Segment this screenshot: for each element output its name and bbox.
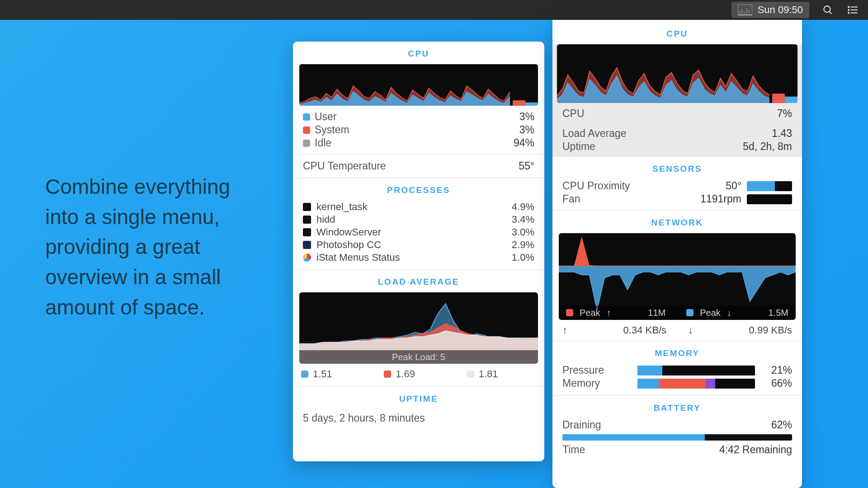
sensor-bar [747, 181, 792, 191]
arrow-up-icon: ↑ [607, 308, 611, 318]
legend-dot [301, 371, 308, 378]
load-avg-num: 1.51 [313, 368, 332, 380]
cpu-graph-r [557, 44, 797, 103]
section-title-battery: BATTERY [552, 396, 802, 418]
uptime-label-r: Uptime [562, 141, 595, 153]
legend-label: Idle [315, 137, 331, 149]
memory-bar [637, 379, 755, 389]
legend-label: System [315, 124, 349, 136]
arrow-down-icon: ↓ [727, 308, 731, 318]
svg-rect-8 [513, 100, 525, 106]
load-avg-cell: 1.51 [301, 368, 370, 380]
cpu-graph [299, 64, 538, 106]
cpu-temp-value: 55° [519, 160, 534, 172]
sensor-label: Fan [562, 193, 700, 205]
process-name: WindowServer [316, 226, 381, 238]
battery-bar-fill [562, 434, 705, 441]
network-peak-legend: Peak ↑ 11M Peak ↓ 1.5M [559, 305, 796, 320]
process-app-icon [303, 253, 311, 262]
cpu-summary-label: CPU [562, 108, 585, 120]
sensor-row: Fan1191rpm [552, 192, 802, 206]
sensor-value: 50° [726, 180, 741, 192]
svg-point-4 [848, 9, 849, 11]
cpu-graph-side-r [772, 44, 797, 103]
section-title-cpu-r: CPU [552, 20, 802, 44]
panel-right: CPU CPU 7% Load Average 1.43 Uptime 5d, … [552, 20, 802, 488]
cpu-temp-label: CPU Temperature [303, 160, 386, 172]
peak-up-value: 11M [648, 308, 665, 318]
battery-status-value: 62% [771, 419, 792, 431]
load-avg-value: 1.43 [772, 127, 792, 140]
process-row[interactable]: WindowServer3.0% [293, 226, 544, 239]
peak-up-label: Peak [580, 308, 600, 318]
process-cpu: 4.9% [512, 201, 534, 213]
cpu-legend-row: System3% [293, 123, 544, 136]
network-rates: ↑ 0.34 KB/s ↓ 0.99 KB/s [552, 320, 802, 341]
battery-bar [562, 434, 792, 441]
load-peak-strip: Peak Load: 5 [299, 350, 538, 364]
svg-rect-11 [785, 97, 797, 103]
process-name: Photoshop CC [316, 239, 381, 251]
cpu-graph-side [513, 64, 538, 106]
rate-dn-arrow-icon: ↓ [688, 324, 693, 336]
svg-rect-9 [525, 103, 538, 106]
svg-rect-10 [772, 94, 785, 103]
menubar: Sun 09:50 [0, 0, 868, 20]
process-cpu: 3.0% [512, 226, 534, 238]
legend-dot [303, 127, 310, 134]
section-title-uptime: UPTIME [293, 387, 544, 409]
load-graph: Peak Load: 5 [299, 292, 538, 364]
rate-up-value: 0.34 KB/s [623, 324, 666, 336]
battery-time-label: Time [562, 444, 585, 456]
peak-dn-label: Peak [700, 308, 721, 318]
load-avg-num: 1.69 [396, 368, 415, 380]
cpu-sparkline [299, 64, 510, 106]
legend-dot [303, 140, 310, 147]
pressure-label: Pressure [562, 364, 621, 376]
section-title-network: NETWORK [552, 211, 802, 233]
marketing-tagline: Combine everything into a single menu, p… [45, 172, 262, 322]
svg-point-6 [848, 12, 849, 14]
process-cpu: 1.0% [512, 252, 534, 263]
rate-up-arrow-icon: ↑ [562, 324, 567, 336]
svg-point-0 [824, 6, 830, 12]
process-cpu: 3.4% [512, 214, 534, 225]
process-row[interactable]: kernel_task4.9% [293, 201, 544, 213]
sensor-label: CPU Proximity [562, 180, 726, 192]
mini-graph-icon [738, 5, 752, 15]
process-row[interactable]: Photoshop CC2.9% [293, 239, 544, 251]
process-name: iStat Menus Status [316, 252, 400, 263]
legend-value: 3% [519, 124, 534, 136]
memory-value: 66% [771, 377, 792, 389]
section-title-cpu: CPU [293, 42, 544, 64]
list-icon[interactable] [846, 4, 859, 16]
peak-dn-value: 1.5M [769, 308, 788, 318]
menubar-clock: Sun 09:50 [758, 4, 803, 16]
svg-line-1 [829, 11, 831, 14]
legend-dot [303, 113, 310, 121]
section-title-memory: MEMORY [552, 341, 802, 364]
process-name: kernel_task [316, 201, 368, 213]
sensor-bar [747, 194, 792, 204]
uptime-value: 5 days, 2 hours, 8 minutes [293, 409, 544, 432]
load-avg-num: 1.81 [479, 368, 498, 380]
process-row[interactable]: hidd3.4% [293, 213, 544, 226]
battery-time-value: 4:42 Remaining [719, 444, 792, 456]
svg-rect-3 [851, 6, 858, 7]
svg-point-2 [848, 6, 849, 8]
load-avg-label: Load Average [562, 127, 627, 140]
process-app-icon [303, 216, 311, 224]
cpu-sparkline-r [557, 44, 769, 103]
menubar-app-istat[interactable]: Sun 09:50 [731, 2, 809, 18]
search-icon[interactable] [822, 4, 834, 16]
legend-label: User [315, 111, 337, 123]
cpu-legend-row: User3% [293, 110, 544, 123]
legend-value: 3% [519, 111, 534, 123]
pressure-bar [637, 366, 755, 375]
section-title-sensors: SENSORS [552, 157, 802, 179]
process-cpu: 2.9% [512, 239, 534, 251]
process-app-icon [303, 228, 311, 236]
battery-status-label: Draining [562, 419, 601, 431]
process-row[interactable]: iStat Menus Status1.0% [293, 251, 544, 264]
rate-dn-value: 0.99 KB/s [749, 324, 792, 336]
